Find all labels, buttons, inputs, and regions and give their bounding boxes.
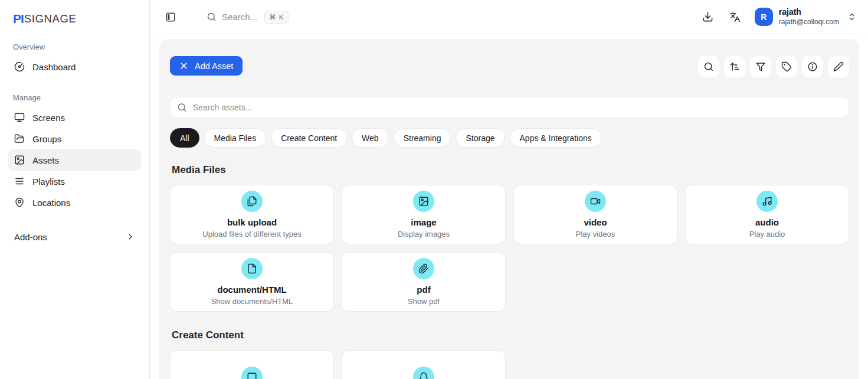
add-asset-button[interactable]: Add Asset [170,56,243,76]
assets-filter-button[interactable] [750,56,771,77]
card-subtitle: Show documents/HTML [211,297,293,306]
sidebar-item-label: Screens [32,113,65,123]
info-icon [807,61,818,72]
folder-open-icon [14,133,25,144]
message-square-icon [241,367,263,379]
card-subtitle: Show pdf [408,297,440,306]
languages-icon [729,11,741,22]
search-icon [207,12,217,22]
addons-label: Add-ons [14,232,47,242]
music-icon [756,191,778,212]
filter-chip-streaming[interactable]: Streaming [394,128,451,148]
sidebar-item-screens[interactable]: Screens [8,107,141,128]
asset-filter-chips: All Media Files Create Content Web Strea… [170,128,849,148]
card-title: document/HTML [217,285,287,296]
assets-info-button[interactable] [802,56,823,77]
files-icon [241,191,263,212]
user-meta: rajath rajath@colloqi.com [779,7,839,27]
close-icon [179,61,188,70]
assets-panel: Add Asset [159,39,859,379]
global-search[interactable]: Search... ⌘ K [207,11,289,24]
brand-logo-text: SIGNAGE [24,12,77,25]
assets-search-button[interactable] [698,56,719,77]
sidebar-item-label: Playlists [32,177,65,187]
filter-chip-create-content[interactable]: Create Content [271,128,347,148]
filter-chip-media-files[interactable]: Media Files [204,128,267,148]
main-content: Add Asset [150,34,868,379]
keyboard-shortcut-badge: ⌘ K [264,11,289,24]
download-icon [702,11,713,22]
media-files-grid: bulk upload Upload files of different ty… [170,185,849,312]
sidebar: PI SIGNAGE Overview Dashboard Manage Scr… [0,0,150,379]
filter-chip-web[interactable]: Web [352,128,389,148]
card-title: audio [755,217,779,228]
sidebar-item-label: Dashboard [32,62,76,72]
card-subtitle: Play audio [749,230,785,238]
global-search-placeholder: Search... [222,12,257,22]
asset-card-image[interactable]: image Display images [342,185,506,244]
filter-chip-all[interactable]: All [170,128,199,148]
edit-icon [833,61,844,72]
card-subtitle: Play videos [576,230,615,238]
asset-card-notice[interactable] [342,350,506,379]
user-email: rajath@colloqi.com [779,18,839,27]
sidebar-item-locations[interactable]: Locations [8,192,141,213]
sidebar-group-overview: Overview [13,43,149,51]
filter-chip-apps-integrations[interactable]: Apps & Integrations [510,128,602,148]
card-subtitle: Display images [398,230,450,238]
asset-card-bulk-upload[interactable]: bulk upload Upload files of different ty… [170,185,334,244]
monitor-icon [14,112,25,123]
sort-ascending-icon [729,61,740,72]
sidebar-item-label: Groups [32,134,61,144]
sidebar-item-dashboard[interactable]: Dashboard [8,56,141,77]
asset-card-message[interactable] [170,350,334,379]
sidebar-item-label: Assets [32,155,59,165]
avatar: R [755,8,773,26]
image-icon [413,191,434,212]
card-title: bulk upload [227,217,277,228]
search-icon [703,61,714,72]
section-media-files: Media Files bulk upload Upload files of … [170,164,849,312]
chevron-right-icon [126,232,135,241]
assets-tag-button[interactable] [776,56,797,77]
asset-search [170,97,849,118]
search-icon [177,103,187,113]
sidebar-group-manage: Manage [13,93,149,102]
card-title: image [411,217,436,228]
card-subtitle: Upload files of different types [202,230,301,238]
paperclip-icon [413,258,434,279]
sidebar-item-addons[interactable]: Add-ons [8,227,141,246]
user-name: rajath [779,7,839,18]
section-title: Media Files [172,164,849,176]
asset-card-audio[interactable]: audio Play audio [685,185,849,244]
language-button[interactable] [725,7,745,27]
image-icon [14,155,25,165]
filter-chip-storage[interactable]: Storage [456,128,505,148]
download-button[interactable] [698,7,718,27]
panel-left-icon [165,12,176,22]
sidebar-item-groups[interactable]: Groups [8,128,141,149]
user-menu-button[interactable]: R rajath rajath@colloqi.com [755,7,856,27]
file-icon [241,258,263,279]
sidebar-item-assets[interactable]: Assets [8,149,141,171]
topbar: Search... ⌘ K R rajath rajath@colloqi.co… [150,0,868,34]
sidebar-toggle-button[interactable] [162,8,179,26]
asset-card-pdf[interactable]: pdf Show pdf [342,252,506,312]
section-title: Create Content [172,329,849,341]
sidebar-item-playlists[interactable]: Playlists [8,171,141,192]
video-icon [585,191,606,212]
add-asset-label: Add Asset [195,61,233,71]
tag-icon [781,61,792,72]
chevrons-up-down-icon [847,12,856,21]
brand-logo-mark: PI [13,12,24,26]
bell-icon [413,367,434,379]
asset-card-video[interactable]: video Play videos [513,185,677,244]
list-icon [14,176,25,187]
assets-edit-button[interactable] [828,56,849,77]
asset-card-document-html[interactable]: document/HTML Show documents/HTML [170,252,334,312]
card-title: video [584,217,607,228]
topbar-actions: R rajath rajath@colloqi.com [698,7,856,27]
sidebar-item-label: Locations [32,198,70,208]
asset-search-input[interactable] [170,97,849,118]
assets-sort-button[interactable] [724,56,745,77]
